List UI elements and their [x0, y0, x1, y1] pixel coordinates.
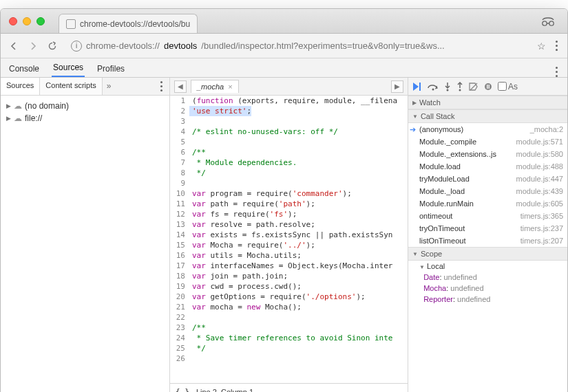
- gutter-line-number[interactable]: 4: [170, 127, 189, 137]
- code-line[interactable]: 11var path = require('path');: [170, 199, 408, 209]
- watch-section-header[interactable]: ▶Watch: [408, 96, 567, 109]
- code-line[interactable]: 1(function (exports, require, module, __…: [170, 96, 408, 106]
- step-out-button[interactable]: [456, 82, 463, 91]
- gutter-line-number[interactable]: 25: [170, 343, 189, 353]
- code-line[interactable]: 16var utils = Mocha.utils;: [170, 250, 408, 261]
- callstack-frame[interactable]: Module.runMainmodule.js:605: [408, 197, 567, 210]
- code-line[interactable]: 18var join = path.join;: [170, 271, 408, 281]
- code-area[interactable]: 1(function (exports, require, module, __…: [170, 96, 408, 383]
- code-line[interactable]: 9: [170, 178, 408, 188]
- code-line[interactable]: 23/**: [170, 323, 408, 333]
- gutter-line-number[interactable]: 16: [170, 250, 189, 261]
- filetree-item[interactable]: ▶☁(no domain): [6, 100, 164, 112]
- navigator-menu-button[interactable]: [158, 81, 165, 91]
- site-info-icon[interactable]: i: [71, 41, 82, 52]
- minimize-window-button[interactable]: [23, 17, 31, 25]
- callstack-frame[interactable]: Module._compilemodule.js:571: [408, 135, 567, 148]
- code-line[interactable]: 25 */: [170, 343, 408, 353]
- pretty-print-icon[interactable]: { }: [176, 387, 189, 392]
- close-file-icon[interactable]: ×: [228, 83, 232, 91]
- code-line[interactable]: 4/* eslint no-unused-vars: off */: [170, 127, 408, 137]
- callstack-frame[interactable]: Module._loadmodule.js:439: [408, 185, 567, 197]
- gutter-line-number[interactable]: 11: [170, 199, 189, 209]
- pause-on-exceptions-button[interactable]: [484, 83, 492, 91]
- navigator-more-button[interactable]: »: [103, 78, 116, 95]
- callstack-frame[interactable]: listOnTimeouttimers.js:207: [408, 235, 567, 247]
- code-line[interactable]: 5: [170, 137, 408, 147]
- gutter-line-number[interactable]: 26: [170, 353, 189, 364]
- scope-variable[interactable]: Reporter: undefined: [408, 294, 567, 305]
- async-checkbox[interactable]: As: [498, 82, 518, 91]
- gutter-line-number[interactable]: 12: [170, 209, 189, 219]
- async-checkbox-input[interactable]: [498, 82, 507, 91]
- gutter-line-number[interactable]: 21: [170, 302, 189, 312]
- step-over-button[interactable]: [428, 83, 439, 91]
- code-line[interactable]: 19var cwd = process.cwd();: [170, 281, 408, 292]
- reload-button[interactable]: [46, 40, 59, 52]
- callstack-section-header[interactable]: ▼Call Stack: [408, 109, 567, 123]
- code-line[interactable]: 15var Mocha = require('../');: [170, 240, 408, 250]
- scope-local-header[interactable]: ▼ Local: [408, 261, 567, 272]
- callstack-frame[interactable]: Module.loadmodule.js:488: [408, 160, 567, 173]
- gutter-line-number[interactable]: 7: [170, 157, 189, 168]
- gutter-line-number[interactable]: 15: [170, 240, 189, 250]
- code-line[interactable]: 22: [170, 312, 408, 323]
- omnibox[interactable]: i chrome-devtools://devtools/bundled/ins…: [65, 41, 530, 52]
- tab-sources[interactable]: Sources: [52, 58, 85, 77]
- close-window-button[interactable]: [9, 17, 17, 25]
- gutter-line-number[interactable]: 2: [170, 106, 189, 116]
- code-line[interactable]: 17var interfaceNames = Object.keys(Mocha…: [170, 261, 408, 271]
- resume-button[interactable]: [412, 83, 422, 91]
- devtools-menu-button[interactable]: [553, 67, 560, 77]
- code-line[interactable]: 7 * Module dependencies.: [170, 157, 408, 168]
- code-line[interactable]: 26: [170, 353, 408, 364]
- gutter-line-number[interactable]: 19: [170, 281, 189, 292]
- code-line[interactable]: 14var exists = fs.existsSync || path.exi…: [170, 230, 408, 240]
- code-line[interactable]: 6/**: [170, 147, 408, 157]
- code-line[interactable]: 3: [170, 116, 408, 127]
- gutter-line-number[interactable]: 3: [170, 116, 189, 127]
- code-line[interactable]: 10var program = require('commander');: [170, 188, 408, 199]
- gutter-line-number[interactable]: 10: [170, 188, 189, 199]
- gutter-line-number[interactable]: 14: [170, 230, 189, 240]
- nav-history-back-button[interactable]: ◀: [174, 80, 187, 93]
- gutter-line-number[interactable]: 13: [170, 219, 189, 230]
- open-file-tab[interactable]: _mocha×: [191, 80, 239, 93]
- gutter-line-number[interactable]: 20: [170, 292, 189, 302]
- code-line[interactable]: 12var fs = require('fs');: [170, 209, 408, 219]
- callstack-frame[interactable]: tryOnTimeouttimers.js:237: [408, 222, 567, 235]
- code-line[interactable]: 21var mocha = new Mocha();: [170, 302, 408, 312]
- callstack-frame[interactable]: ➔(anonymous)_mocha:2: [408, 123, 567, 135]
- step-into-button[interactable]: [444, 82, 451, 91]
- maximize-window-button[interactable]: [36, 17, 45, 25]
- nav-history-forward-button[interactable]: ▶: [391, 80, 403, 93]
- gutter-line-number[interactable]: 5: [170, 137, 189, 147]
- browser-tab[interactable]: chrome-devtools://devtools/bu: [59, 14, 198, 33]
- gutter-line-number[interactable]: 17: [170, 261, 189, 271]
- gutter-line-number[interactable]: 1: [170, 96, 189, 106]
- tab-profiles[interactable]: Profiles: [96, 60, 126, 77]
- filetree-item[interactable]: ▶☁file://: [6, 112, 164, 124]
- chrome-menu-button[interactable]: [553, 41, 560, 51]
- gutter-line-number[interactable]: 18: [170, 271, 189, 281]
- deactivate-breakpoints-button[interactable]: [469, 83, 478, 91]
- bookmark-star-icon[interactable]: ☆: [537, 41, 546, 52]
- gutter-line-number[interactable]: 23: [170, 323, 189, 333]
- scope-section-header[interactable]: ▼Scope: [408, 247, 567, 261]
- gutter-line-number[interactable]: 22: [170, 312, 189, 323]
- forward-button[interactable]: [27, 40, 39, 52]
- navigator-tab-sources[interactable]: Sources: [1, 78, 40, 95]
- code-line[interactable]: 13var resolve = path.resolve;: [170, 219, 408, 230]
- callstack-frame[interactable]: tryModuleLoadmodule.js:447: [408, 173, 567, 185]
- callstack-frame[interactable]: ontimeouttimers.js:365: [408, 210, 567, 222]
- gutter-line-number[interactable]: 6: [170, 147, 189, 157]
- navigator-tab-content-scripts[interactable]: Content scripts: [40, 78, 102, 95]
- scope-variable[interactable]: Mocha: undefined: [408, 283, 567, 294]
- code-line[interactable]: 20var getOptions = require('./options');: [170, 292, 408, 302]
- back-button[interactable]: [8, 40, 20, 52]
- callstack-frame[interactable]: Module._extensions..jsmodule.js:580: [408, 148, 567, 160]
- gutter-line-number[interactable]: 8: [170, 168, 189, 178]
- tab-console[interactable]: Console: [8, 60, 41, 77]
- code-line[interactable]: 24 * Save timer references to avoid Sino…: [170, 333, 408, 343]
- gutter-line-number[interactable]: 9: [170, 178, 189, 188]
